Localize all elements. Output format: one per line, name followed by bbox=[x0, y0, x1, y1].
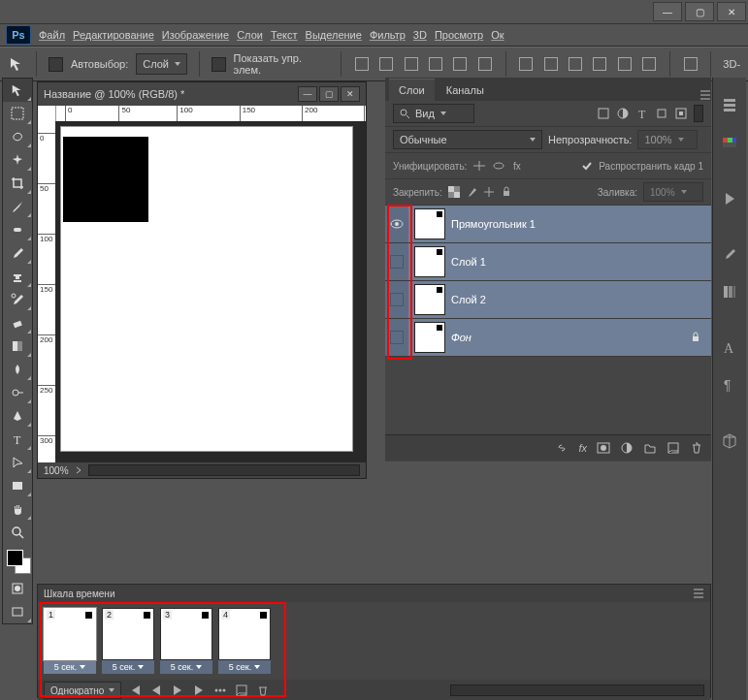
align-bottom-icon[interactable] bbox=[403, 55, 419, 73]
crop-tool[interactable] bbox=[3, 172, 32, 195]
unify-style-icon[interactable]: fx bbox=[511, 160, 525, 172]
chevron-right-icon[interactable] bbox=[75, 466, 82, 474]
blend-mode-select[interactable]: Обычные bbox=[393, 130, 542, 149]
pen-tool[interactable] bbox=[3, 404, 32, 428]
menu-window[interactable]: Ок bbox=[491, 29, 504, 41]
lock-pixels-icon[interactable] bbox=[466, 186, 477, 198]
timeline-frame[interactable]: 2 5 сек. bbox=[102, 608, 154, 674]
layer-name[interactable]: Слой 2 bbox=[451, 294, 486, 305]
dist-hcenter-icon[interactable] bbox=[616, 55, 633, 73]
filter-kind-select[interactable]: Вид bbox=[393, 104, 474, 123]
play-button[interactable] bbox=[170, 684, 185, 697]
tween-button[interactable] bbox=[212, 684, 228, 697]
dist-left-icon[interactable] bbox=[592, 55, 608, 73]
doc-maximize-button[interactable]: ▢ bbox=[319, 86, 339, 102]
black-rectangle-shape[interactable] bbox=[63, 137, 148, 222]
frame-delay-select[interactable]: 5 сек. bbox=[44, 660, 96, 674]
dodge-tool[interactable] bbox=[3, 381, 32, 404]
mode-3d-label[interactable]: 3D- bbox=[723, 58, 740, 70]
horizontal-ruler[interactable]: 050100150200250300 bbox=[55, 106, 366, 122]
dist-vcenter-icon[interactable] bbox=[542, 55, 559, 73]
auto-select-checkbox[interactable] bbox=[49, 57, 63, 72]
layer-group-icon[interactable] bbox=[643, 441, 657, 455]
timeline-frame[interactable]: 3 5 сек. bbox=[160, 608, 212, 674]
move-tool[interactable] bbox=[3, 79, 32, 102]
layer-visibility-toggle[interactable] bbox=[385, 243, 408, 280]
propagate-checkbox[interactable] bbox=[581, 160, 593, 172]
lasso-tool[interactable] bbox=[3, 125, 32, 148]
align-right-icon[interactable] bbox=[476, 55, 493, 73]
layer-name[interactable]: Слой 1 bbox=[451, 256, 486, 268]
layer-name[interactable]: Фон bbox=[451, 332, 472, 343]
layer-visibility-toggle[interactable] bbox=[385, 281, 408, 318]
layer-row[interactable]: Фон bbox=[385, 319, 711, 357]
layer-thumbnail[interactable] bbox=[414, 208, 445, 239]
blur-tool[interactable] bbox=[3, 358, 32, 381]
timeline-frame[interactable]: 1 5 сек. bbox=[44, 608, 96, 674]
eyedropper-tool[interactable] bbox=[3, 195, 32, 218]
adjustment-layer-icon[interactable] bbox=[620, 441, 634, 455]
new-frame-button[interactable] bbox=[234, 684, 249, 697]
current-tool-icon[interactable] bbox=[8, 55, 24, 73]
gradient-tool[interactable] bbox=[3, 334, 32, 358]
align-vcenter-icon[interactable] bbox=[378, 55, 395, 73]
horizontal-scrollbar[interactable] bbox=[88, 464, 360, 476]
eraser-tool[interactable] bbox=[3, 311, 32, 334]
wand-tool[interactable] bbox=[3, 148, 32, 172]
unify-position-icon[interactable] bbox=[472, 160, 486, 172]
frame-delay-select[interactable]: 5 сек. bbox=[102, 660, 154, 674]
filter-shape-icon[interactable] bbox=[655, 107, 668, 120]
layer-row[interactable]: Слой 2 bbox=[385, 281, 711, 319]
link-layers-icon[interactable] bbox=[555, 441, 569, 455]
fill-field[interactable]: 100% bbox=[643, 182, 703, 202]
foreground-color[interactable] bbox=[7, 550, 23, 566]
history-brush-tool[interactable] bbox=[3, 288, 32, 311]
opacity-field[interactable]: 100% bbox=[637, 130, 698, 149]
type-tool[interactable]: T bbox=[3, 428, 32, 451]
arrange-icon[interactable] bbox=[682, 55, 699, 73]
align-left-icon[interactable] bbox=[427, 55, 443, 73]
layer-thumbnail[interactable] bbox=[414, 322, 445, 353]
brush-tool[interactable] bbox=[3, 241, 32, 265]
auto-select-target[interactable]: Слой bbox=[136, 53, 187, 75]
screen-mode-toggle[interactable] bbox=[3, 600, 32, 623]
dock-history-icon[interactable] bbox=[713, 87, 746, 124]
quick-mask-toggle[interactable] bbox=[3, 577, 32, 600]
panel-menu-icon[interactable] bbox=[699, 89, 711, 101]
color-swatches[interactable] bbox=[3, 548, 32, 577]
stamp-tool[interactable] bbox=[3, 265, 32, 288]
loop-mode-select[interactable]: Однократно bbox=[44, 682, 121, 699]
doc-minimize-button[interactable]: — bbox=[298, 86, 317, 102]
menu-text[interactable]: Текст bbox=[271, 29, 298, 41]
frame-delay-select[interactable]: 5 сек. bbox=[218, 660, 271, 674]
dock-3d-icon[interactable] bbox=[713, 423, 746, 460]
menu-file[interactable]: Файл bbox=[39, 29, 65, 41]
menu-edit[interactable]: Редактирование bbox=[73, 29, 154, 41]
delete-frame-button[interactable] bbox=[255, 684, 271, 697]
canvas-viewport[interactable] bbox=[55, 121, 366, 462]
menu-select[interactable]: Выделение bbox=[306, 29, 362, 41]
panel-menu-icon[interactable] bbox=[693, 588, 704, 599]
layer-row[interactable]: Прямоугольник 1 bbox=[385, 206, 711, 243]
menu-image[interactable]: Изображение bbox=[162, 29, 229, 41]
heal-tool[interactable] bbox=[3, 218, 32, 241]
frame-delay-select[interactable]: 5 сек. bbox=[160, 660, 212, 674]
show-controls-checkbox[interactable] bbox=[211, 57, 226, 72]
doc-close-button[interactable]: ✕ bbox=[341, 86, 360, 102]
filter-pixels-icon[interactable] bbox=[597, 107, 610, 120]
menu-view[interactable]: Просмотр bbox=[435, 29, 483, 41]
first-frame-button[interactable] bbox=[127, 684, 143, 697]
window-close-button[interactable]: ✕ bbox=[717, 2, 746, 21]
dock-character-icon[interactable]: A bbox=[713, 330, 746, 366]
layer-mask-icon[interactable] bbox=[597, 441, 610, 455]
next-frame-button[interactable] bbox=[191, 684, 207, 697]
unify-visibility-icon[interactable] bbox=[492, 160, 505, 172]
layer-fx-icon[interactable]: fx bbox=[578, 442, 587, 454]
align-hcenter-icon[interactable] bbox=[452, 55, 469, 73]
marquee-tool[interactable] bbox=[3, 102, 32, 125]
lock-position-icon[interactable] bbox=[483, 186, 495, 198]
dock-play-icon[interactable] bbox=[713, 180, 746, 217]
prev-frame-button[interactable] bbox=[148, 684, 164, 697]
dock-paragraph-icon[interactable]: ¶ bbox=[713, 366, 746, 403]
layer-row[interactable]: Слой 1 bbox=[385, 243, 711, 281]
